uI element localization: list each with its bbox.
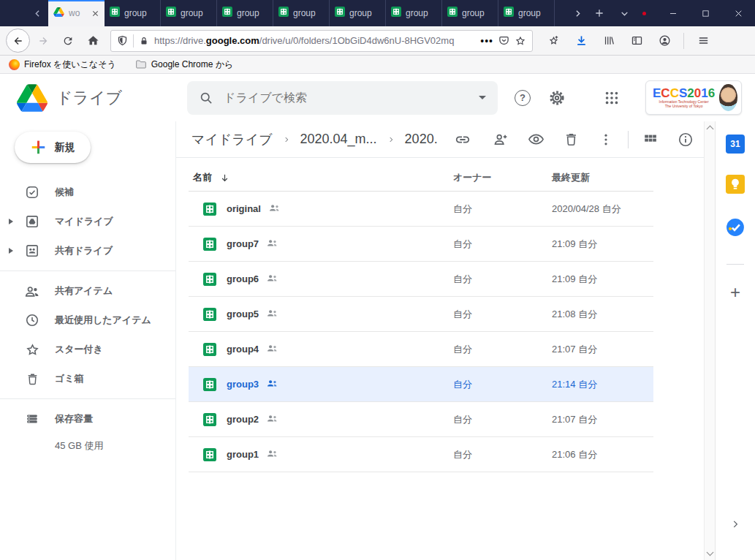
tab-background-sheet[interactable]: group (217, 0, 273, 26)
file-row[interactable]: group1 自分 21:06 自分 (189, 437, 653, 472)
breadcrumb-my-drive[interactable]: マイドライブ (191, 131, 273, 148)
file-row[interactable]: group7 自分 21:09 自分 (189, 227, 653, 262)
tab-background-sheet[interactable]: group (273, 0, 330, 26)
tab-background-sheet[interactable]: group (161, 0, 217, 26)
vertical-scrollbar[interactable] (704, 121, 715, 560)
file-row[interactable]: original 自分 2020/04/28 自分 (189, 192, 653, 227)
expand-arrow-icon[interactable] (9, 248, 13, 254)
more-actions-button[interactable] (597, 131, 615, 148)
grid-view-button[interactable] (642, 131, 659, 148)
library-button[interactable] (597, 29, 621, 53)
window-minimize-button[interactable] (656, 0, 689, 26)
new-tab-button[interactable] (588, 0, 610, 26)
share-button[interactable] (492, 131, 509, 148)
tab-background-sheet[interactable]: group (330, 0, 386, 26)
drive-main: マイドライブ 2020.04_m... 2020. (176, 121, 704, 560)
calendar-icon[interactable]: 31 (726, 135, 745, 154)
bookmark-folder-chrome[interactable]: Google Chrome から (135, 58, 234, 71)
tab-background-sheet[interactable]: group (442, 0, 498, 26)
sidebar-item-shared-drives[interactable]: 共有ドライブ (0, 236, 175, 265)
search-icon[interactable] (199, 91, 213, 105)
file-row[interactable]: group5 自分 21:08 自分 (189, 297, 653, 332)
help-button[interactable]: ? (513, 88, 532, 107)
sidebars-button[interactable] (625, 29, 648, 53)
details-button[interactable] (677, 131, 694, 148)
tab-title: group (181, 8, 211, 18)
scroll-down-arrow-icon[interactable] (706, 549, 713, 556)
url-bar[interactable]: https://drive.google.com/drive/u/0/folde… (110, 30, 533, 52)
tab-scroll-right-button[interactable] (566, 0, 588, 26)
file-row[interactable]: group3 自分 21:14 自分 (189, 367, 653, 402)
get-addons-button[interactable]: + (730, 282, 740, 303)
expand-arrow-icon[interactable] (9, 219, 13, 224)
account-icon (659, 34, 671, 47)
drive-logo-block[interactable]: ドライブ (17, 84, 187, 112)
get-link-button[interactable] (454, 131, 471, 148)
file-name[interactable]: group4 (227, 344, 259, 355)
sort-descending-icon[interactable] (219, 173, 230, 183)
drive-sidebar: 新規 候補 マイドライブ 共有ドライブ (0, 121, 176, 560)
window-close-button[interactable] (722, 0, 755, 26)
tab-close-icon[interactable] (91, 10, 99, 18)
file-row[interactable]: group6 自分 21:09 自分 (189, 262, 653, 297)
column-header-modified[interactable]: 最終更新 (552, 171, 653, 184)
tab-title: group (349, 8, 380, 18)
sidebar-item-priority[interactable]: 候補 (0, 178, 175, 207)
hide-side-panel-button[interactable] (730, 519, 740, 532)
sidebar-item-starred[interactable]: スター付き (0, 335, 175, 364)
file-name[interactable]: group1 (227, 449, 259, 460)
column-header-name[interactable]: 名前 (189, 171, 453, 184)
bookmark-star-icon[interactable] (515, 35, 526, 47)
account-org-badge[interactable]: ECCS2016 Information Technology Center T… (645, 80, 742, 115)
account-button[interactable] (653, 29, 676, 53)
tasks-icon[interactable] (726, 218, 745, 240)
settings-button[interactable] (547, 88, 566, 107)
file-name[interactable]: group5 (227, 309, 259, 319)
file-row[interactable]: group4 自分 21:07 自分 (189, 332, 653, 367)
page-actions-button[interactable]: ••• (480, 35, 493, 47)
tab-background-sheet[interactable]: group (386, 0, 442, 26)
sidebar-item-recent[interactable]: 最近使用したアイテム (0, 306, 175, 335)
home-button[interactable] (81, 29, 105, 53)
sidebar-item-trash[interactable]: ゴミ箱 (0, 364, 175, 393)
file-name[interactable]: group2 (227, 414, 259, 425)
sidebar-item-label: 最近使用したアイテム (55, 314, 151, 327)
column-header-owner[interactable]: オーナー (453, 171, 552, 184)
search-options-caret-icon[interactable] (479, 96, 486, 99)
tab-active-drive[interactable]: wo (48, 0, 105, 26)
tab-background-sheet[interactable]: group (105, 0, 161, 26)
scroll-up-arrow-icon[interactable] (706, 126, 713, 133)
save-bookmark-button[interactable] (542, 29, 565, 53)
file-row[interactable]: group2 自分 21:07 自分 (189, 402, 653, 437)
forward-button[interactable] (31, 29, 55, 53)
sidebar-item-my-drive[interactable]: マイドライブ (0, 207, 175, 236)
file-table-header: 名前 オーナー 最終更新 (189, 164, 653, 192)
bookmark-item-firefox[interactable]: Firefox を使いこなそう (9, 58, 116, 71)
tab-list-dropdown-button[interactable] (613, 0, 635, 26)
file-name[interactable]: original (227, 203, 261, 214)
reload-button[interactable] (56, 29, 80, 53)
file-name[interactable]: group6 (227, 273, 259, 284)
tab-scroll-left-button[interactable] (26, 0, 48, 26)
google-apps-button[interactable] (602, 88, 621, 107)
pocket-icon[interactable] (498, 35, 509, 46)
sidebar-item-shared-with-me[interactable]: 共有アイテム (0, 276, 175, 306)
delete-button[interactable] (562, 131, 580, 148)
back-button[interactable] (6, 29, 30, 53)
sidebar-item-storage[interactable]: 保存容量 (0, 404, 175, 434)
file-name[interactable]: group7 (227, 238, 259, 249)
menu-button[interactable] (691, 29, 715, 53)
keep-icon[interactable] (726, 175, 745, 197)
preview-button[interactable] (527, 131, 545, 148)
file-name[interactable]: group3 (227, 379, 259, 390)
drive-search-box[interactable] (187, 81, 498, 115)
tab-background-sheet[interactable]: group (498, 0, 555, 26)
shared-people-icon (268, 203, 281, 215)
new-button[interactable]: 新規 (15, 132, 91, 163)
search-input[interactable] (224, 91, 468, 105)
breadcrumb-folder-2[interactable]: 2020. (405, 132, 438, 147)
user-avatar[interactable] (719, 84, 737, 111)
breadcrumb-folder-1[interactable]: 2020.04_m... (300, 132, 377, 147)
downloads-button[interactable] (569, 29, 593, 53)
window-maximize-button[interactable] (689, 0, 722, 26)
